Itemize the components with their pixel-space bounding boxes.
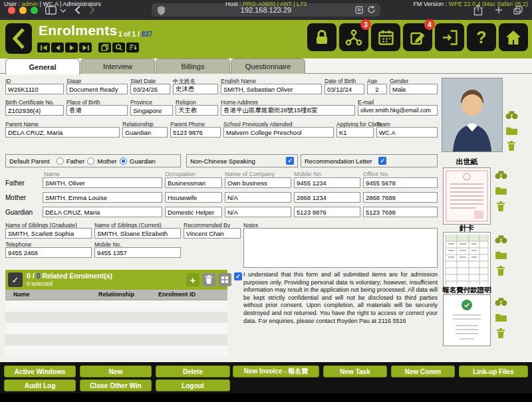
payment-trash-icon[interactable] <box>496 328 505 339</box>
applying-class-field[interactable]: K1 <box>336 127 374 138</box>
find-icon[interactable] <box>112 43 125 52</box>
birth-cert-folder-icon[interactable] <box>495 186 507 195</box>
add-related-button[interactable]: + <box>186 273 200 286</box>
lock-button[interactable] <box>307 23 336 51</box>
close-other-win-button[interactable]: Close Other Win <box>80 379 152 391</box>
declaration-checkbox[interactable]: ✓ <box>234 272 242 280</box>
related-row-empty[interactable] <box>5 312 227 323</box>
audit-log-button[interactable]: Audit Log <box>4 379 76 391</box>
mobile-field[interactable]: 9455 1357 <box>94 247 181 258</box>
radio-mother[interactable] <box>87 157 94 165</box>
team-field[interactable]: WC.A <box>376 127 438 138</box>
father-occupation-field[interactable]: Businessman <box>165 177 222 188</box>
father-name-field[interactable]: SMITH, Oliver <box>43 177 162 188</box>
gender-field[interactable]: Male <box>390 84 438 94</box>
photo-trash-icon[interactable] <box>507 141 516 151</box>
logout-button[interactable]: Logout <box>156 379 230 391</box>
sibling-curr-field[interactable]: SMITH, Sloane Elizabeth <box>94 228 181 239</box>
new-invoice-button[interactable]: New Invoice - 報名費 <box>233 365 319 377</box>
dob-field[interactable]: 03/12/24 <box>325 84 364 94</box>
birth-cert-no-field[interactable]: Z102938(4) <box>5 105 64 116</box>
mother-occupation-field[interactable]: Housewife <box>165 192 222 203</box>
related-row-empty[interactable] <box>5 300 227 312</box>
tab-questionnaire[interactable]: Questionnaire <box>231 58 305 74</box>
related-row-empty[interactable] <box>5 334 227 346</box>
related-row-empty[interactable] <box>5 346 227 357</box>
recommended-by-field[interactable]: Vincent Chan <box>184 228 241 239</box>
non-chinese-checkbox[interactable]: ✓ <box>286 157 294 165</box>
delete-related-button[interactable] <box>202 273 215 286</box>
relationship-field[interactable]: Guardian <box>122 127 168 138</box>
vaccination-thumbnail[interactable] <box>443 232 491 288</box>
guardian-occupation-field[interactable]: Domestic Helper <box>165 207 222 217</box>
province-field[interactable]: Singapore <box>130 105 173 116</box>
mother-name-field[interactable]: SMITH, Emma Louise <box>43 192 162 203</box>
vaccination-trash-icon[interactable] <box>496 266 505 276</box>
new-button[interactable]: New <box>80 365 152 377</box>
payment-search-icon[interactable] <box>495 297 507 306</box>
photo-search-icon[interactable] <box>505 110 518 120</box>
recommendation-checkbox[interactable]: ✓ <box>378 157 386 165</box>
radio-father[interactable] <box>57 157 64 165</box>
radio-guardian[interactable] <box>120 157 127 165</box>
place-of-birth-field[interactable]: 香港 <box>66 105 128 116</box>
minimize-window-button[interactable] <box>19 7 27 14</box>
photo-folder-icon[interactable] <box>505 126 518 136</box>
active-windows-button[interactable]: Active Windows <box>4 365 76 377</box>
last-record-button[interactable] <box>79 43 92 52</box>
chinese-name-field[interactable]: 史沐恩 <box>173 84 218 94</box>
vaccination-folder-icon[interactable] <box>495 251 507 260</box>
parent-name-field[interactable]: DELA CRUZ, Maria <box>5 127 120 138</box>
mother-mobile-field[interactable]: 2868 1234 <box>294 192 360 203</box>
parent-phone-field[interactable]: 5123 9876 <box>170 127 221 138</box>
home-address-field[interactable]: 香港半山區摩羅廟街28號15樓B室 <box>221 105 355 116</box>
religion-field[interactable]: 天主教 <box>176 105 218 116</box>
help-button[interactable]: ? <box>467 23 496 51</box>
first-record-button[interactable] <box>37 43 50 52</box>
exit-button[interactable] <box>435 23 464 51</box>
grid-view-button[interactable] <box>218 273 231 286</box>
related-row-empty[interactable] <box>5 323 227 334</box>
select-all-checkbox[interactable]: ✓ <box>8 272 23 287</box>
new-task-button[interactable]: New Task <box>323 365 387 377</box>
student-photo[interactable] <box>442 78 503 152</box>
id-field[interactable]: W26K1110 <box>5 84 64 94</box>
home-button[interactable] <box>499 23 528 51</box>
tab-interview[interactable]: Interview <box>80 58 155 74</box>
guardian-company-field[interactable]: N/A <box>225 207 291 217</box>
payment-thumbnail[interactable] <box>443 294 491 346</box>
back-button[interactable] <box>5 23 32 54</box>
chevron-down-icon[interactable] <box>60 9 66 13</box>
english-name-field[interactable]: SMITH, Sebastian Oliver <box>221 84 322 94</box>
vaccination-search-icon[interactable] <box>495 235 507 244</box>
father-office-field[interactable]: 9455 5678 <box>363 177 438 188</box>
guardian-office-field[interactable]: 5123 7698 <box>363 207 438 217</box>
email-field[interactable]: oliver.smith.hkg@email.com <box>358 105 438 116</box>
school-prev-field[interactable]: Malvern College Preschool <box>223 127 334 138</box>
calendar-button[interactable] <box>371 23 400 51</box>
close-window-button[interactable] <box>8 7 15 14</box>
father-mobile-field[interactable]: 9455 1234 <box>294 177 360 188</box>
start-date-field[interactable]: 03/24/26 <box>130 84 170 94</box>
guardian-name-field[interactable]: DELA CRUZ, Maria <box>43 207 162 217</box>
sibling-grad-field[interactable]: SMITH, Scarlett Sophia <box>5 228 92 239</box>
telephone-field[interactable]: 9455 2468 <box>5 247 92 258</box>
zoom-window-button[interactable] <box>31 7 38 14</box>
next-record-button[interactable] <box>65 43 78 52</box>
birth-cert-thumbnail[interactable] <box>443 167 491 225</box>
sort-icon[interactable] <box>126 43 139 52</box>
new-comm-button[interactable]: New Comm <box>391 365 455 377</box>
father-company-field[interactable]: Own business <box>225 177 291 188</box>
guardian-mobile-field[interactable]: 5123 9876 <box>294 207 360 217</box>
notes-field[interactable] <box>243 228 438 268</box>
delete-button[interactable]: Delete <box>156 365 230 377</box>
stage-field[interactable]: Document Ready <box>66 84 128 94</box>
birth-cert-search-icon[interactable] <box>495 170 507 179</box>
duplicate-record-icon[interactable] <box>98 43 111 52</box>
tab-billings[interactable]: Billings <box>156 58 230 74</box>
age-field[interactable]: 2 <box>367 84 387 94</box>
previous-record-button[interactable] <box>51 43 64 52</box>
mother-company-field[interactable]: N/A <box>225 192 291 203</box>
tab-general[interactable]: General <box>5 58 80 74</box>
payment-folder-icon[interactable] <box>495 313 507 322</box>
